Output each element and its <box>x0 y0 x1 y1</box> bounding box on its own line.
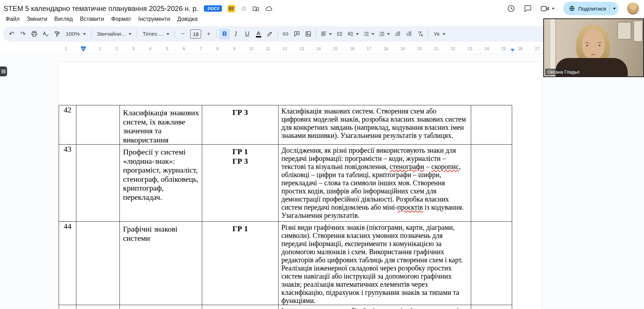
share-chevron-down-icon[interactable] <box>613 8 616 10</box>
description-cell[interactable]: Історичне значення гербів, їхніх кольорі… <box>279 305 471 309</box>
move-folder-icon[interactable] <box>252 5 259 12</box>
increase-font-size-button[interactable]: + <box>203 29 214 39</box>
toolbar-divider <box>175 30 175 38</box>
titlebar: STEM 5 календарно тематичне планування 2… <box>0 0 644 14</box>
insert-comment-button[interactable] <box>292 29 302 39</box>
date-cell[interactable] <box>76 145 120 222</box>
first-line-indent-marker[interactable] <box>81 46 86 48</box>
group-cell[interactable]: ГР 3 <box>202 105 279 145</box>
insert-link-button[interactable] <box>280 29 291 39</box>
description-cell[interactable]: Класифікація знакових систем. Створення … <box>279 105 471 145</box>
right-indent-marker[interactable] <box>510 49 515 52</box>
svg-text:3: 3 <box>379 35 381 37</box>
hamburger-button[interactable] <box>0 66 7 76</box>
share-button-label: Поділитися <box>578 6 606 12</box>
date-cell[interactable] <box>76 222 120 305</box>
toolbar-divider <box>137 30 137 38</box>
align-left-icon <box>321 31 327 37</box>
group-cell[interactable]: ГР 2 <box>202 305 279 309</box>
zoom-dropdown[interactable]: 100% <box>63 29 89 39</box>
input-tools-dropdown[interactable]: Ук <box>431 29 448 39</box>
webcam-background-frame <box>633 21 643 42</box>
lesson-number-cell[interactable]: 43 <box>59 145 76 222</box>
notes-cell[interactable] <box>471 145 512 222</box>
clear-formatting-button[interactable] <box>415 29 426 39</box>
left-indent-marker[interactable] <box>81 49 86 52</box>
join-call-button[interactable] <box>540 4 555 13</box>
menu-format[interactable]: Формат <box>107 15 135 23</box>
date-cell[interactable] <box>76 305 120 309</box>
share-divider <box>609 5 610 12</box>
lesson-number-cell[interactable]: 42 <box>59 105 76 145</box>
star-icon[interactable]: ☆ <box>241 5 247 12</box>
chevron-down-icon[interactable] <box>552 8 555 10</box>
lesson-number-cell[interactable] <box>59 305 76 309</box>
topic-cell[interactable]: Графічні знакові системи <box>120 222 202 305</box>
lesson-number-cell[interactable]: 44 <box>59 222 76 305</box>
notes-cell[interactable] <box>471 305 512 309</box>
menu-edit[interactable]: Змінити <box>23 15 51 23</box>
notes-cell[interactable] <box>471 105 512 145</box>
date-cell[interactable] <box>76 105 120 145</box>
topic-cell[interactable]: Класифікація знакових систем, їх важливе… <box>120 105 202 145</box>
bold-button[interactable]: B <box>219 29 230 39</box>
toolbar-divider <box>91 30 92 38</box>
increase-indent-button[interactable] <box>404 29 414 39</box>
insert-image-button[interactable] <box>303 29 314 39</box>
underline-button[interactable]: U <box>242 29 252 39</box>
planning-table: 42 Класифікація знакових систем, їх важл… <box>59 105 512 309</box>
print-button[interactable] <box>29 29 40 39</box>
topic-cell[interactable]: Геральдична символіка <box>120 305 202 309</box>
menu-tools[interactable]: Інструменти <box>135 15 174 23</box>
document-canvas: 42 Класифікація знакових систем, їх важл… <box>0 54 644 309</box>
checklist-dropdown[interactable] <box>346 29 361 39</box>
text-color-button[interactable]: A <box>253 29 264 39</box>
globe-icon <box>569 5 575 12</box>
document-title[interactable]: STEM 5 календарно тематичне планування 2… <box>4 5 198 13</box>
menu-insert[interactable]: Вставити <box>76 15 107 23</box>
toolbar-divider <box>316 30 316 38</box>
checklist-icon <box>347 31 354 37</box>
notes-cell[interactable] <box>471 222 512 305</box>
webcam-background-doorframe <box>550 19 556 76</box>
decrease-font-size-button[interactable]: − <box>177 29 188 39</box>
italic-button[interactable]: I <box>230 29 241 39</box>
share-button[interactable]: Поділитися <box>563 2 619 15</box>
webcam-overlay[interactable]: Оксана Гладьо <box>543 18 644 77</box>
decrease-indent-icon <box>394 31 401 37</box>
version-history-icon[interactable] <box>507 4 515 13</box>
account-avatar[interactable] <box>627 2 639 14</box>
topic-cell[interactable]: Професії у системі «людина-знак»: програ… <box>120 145 202 222</box>
spellcheck-button[interactable] <box>40 29 51 39</box>
description-cell[interactable]: Дослідження, як різні професії використо… <box>279 145 471 222</box>
group-cell[interactable]: ГР 1 ГР 3 <box>202 145 279 222</box>
document-status-cloud-icon[interactable] <box>265 5 273 12</box>
menu-help[interactable]: Довідка <box>174 15 201 23</box>
yellow-extension-icon[interactable] <box>228 5 235 12</box>
table-row: Геральдична символіка ГР 2 Історичне зна… <box>59 305 512 309</box>
bulleted-list-dropdown[interactable] <box>361 29 376 39</box>
numbered-list-dropdown[interactable]: 1 2 3 <box>377 29 392 39</box>
description-cell[interactable]: Різні види графічних знаків (піктограми,… <box>279 222 471 305</box>
decrease-indent-button[interactable] <box>392 29 403 39</box>
redo-button[interactable]: ↷ <box>18 29 28 39</box>
toolbar-divider <box>277 30 278 38</box>
paragraph-style-dropdown[interactable]: Звичайни... <box>94 29 135 39</box>
font-dropdown[interactable]: Times ... <box>140 29 172 39</box>
line-spacing-button[interactable] <box>334 29 345 39</box>
document-page[interactable]: 42 Класифікація знакових систем, їх важл… <box>58 62 542 309</box>
hamburger-icon <box>1 71 6 72</box>
menu-view[interactable]: Вигляд <box>51 15 76 23</box>
menu-file[interactable]: Файл <box>2 15 23 23</box>
comments-icon[interactable] <box>524 5 532 13</box>
highlight-color-button[interactable] <box>264 29 275 39</box>
paint-format-button[interactable] <box>52 29 62 39</box>
toolbar-divider <box>216 30 217 38</box>
docx-badge: .DOCX <box>204 5 222 12</box>
group-cell[interactable]: ГР 1 <box>202 222 279 305</box>
table-row: 42 Класифікація знакових систем, їх важл… <box>59 105 512 145</box>
toolbar-divider <box>428 30 428 38</box>
undo-button[interactable]: ↶ <box>6 29 17 39</box>
align-dropdown[interactable] <box>319 29 334 39</box>
font-size-input[interactable]: 18 <box>190 29 201 39</box>
